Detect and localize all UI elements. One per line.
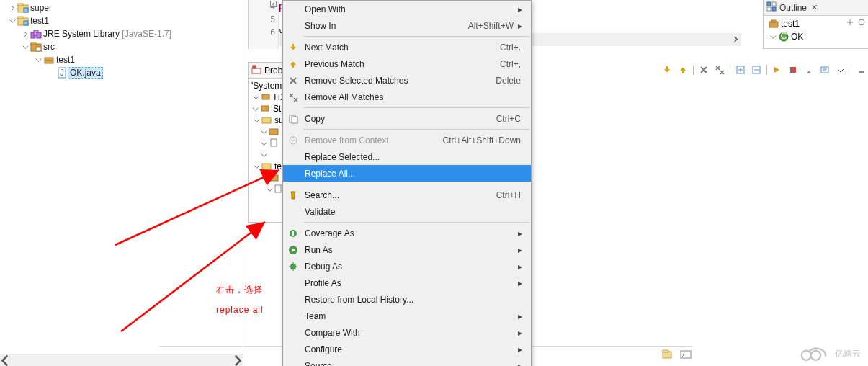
menu-item-copy[interactable]: CopyCtrl+C — [283, 110, 531, 127]
tree-item[interactable]: JOK.java — [3, 66, 243, 79]
tree-item-label: test1 — [29, 16, 50, 26]
tree-item-label: src — [42, 42, 56, 52]
package-icon — [43, 54, 55, 66]
svg-rect-36 — [790, 67, 796, 73]
prev-match-icon[interactable] — [677, 64, 689, 76]
tree-item[interactable]: test1 — [3, 14, 243, 27]
expand-toggle-icon[interactable] — [259, 175, 269, 182]
expand-toggle-icon[interactable] — [7, 18, 17, 24]
expand-toggle-icon[interactable] — [20, 44, 30, 50]
collapse-all-icon[interactable] — [751, 64, 762, 76]
explorer-tree[interactable]: supertest1JRE System Library [JavaSE-1.7… — [0, 0, 243, 79]
tree-item-label: OK.java — [68, 67, 103, 79]
project-explorer: supertest1JRE System Library [JavaSE-1.7… — [0, 0, 243, 366]
menu-item-restore-from-local-history[interactable]: Restore from Local History... — [283, 291, 531, 308]
expand-toggle-icon[interactable] — [266, 187, 273, 193]
menu-item-search[interactable]: Search...Ctrl+H — [283, 187, 531, 203]
pin-icon[interactable] — [803, 64, 815, 76]
x-gray-icon — [283, 72, 303, 89]
console-icon[interactable] — [679, 348, 692, 361]
tree-item[interactable]: JRE System Library [JavaSE-1.7] — [3, 27, 243, 40]
expand-toggle-icon[interactable] — [259, 129, 269, 135]
expand-all-icon[interactable] — [735, 64, 746, 76]
outline-item[interactable]: C OK — [766, 30, 867, 43]
menu-item-label: Validate — [303, 207, 525, 217]
menu-shortcut: Ctrl+C — [496, 114, 525, 124]
outline-icon — [766, 1, 777, 14]
close-icon[interactable]: ✕ — [811, 3, 818, 12]
menu-item-coverage-as[interactable]: Coverage As▸ — [283, 225, 531, 241]
expand-toggle-icon[interactable] — [20, 31, 30, 37]
toolbar-icon[interactable] — [856, 17, 867, 27]
svg-rect-28 — [262, 117, 271, 123]
scroll-right-arrow-icon[interactable] — [729, 33, 741, 45]
xx-gray-icon — [283, 89, 303, 105]
expand-toggle-icon[interactable] — [251, 106, 260, 112]
menu-item-label: Remove All Matches — [303, 92, 525, 102]
tree-item[interactable]: src — [3, 40, 243, 53]
menu-item-configure[interactable]: Configure▸ — [283, 341, 531, 357]
expand-toggle-icon[interactable] — [251, 94, 261, 101]
remove-match-icon[interactable] — [698, 64, 710, 76]
menu-item-label: Compare With — [303, 328, 518, 338]
svg-rect-8 — [37, 32, 41, 38]
menu-item-run-as[interactable]: Run As▸ — [283, 241, 531, 258]
view-menu-icon[interactable] — [835, 64, 846, 76]
menu-item-label: Coverage As — [303, 228, 518, 238]
svg-rect-42 — [681, 351, 691, 358]
svg-rect-37 — [821, 67, 828, 73]
menu-item-open-with[interactable]: Open With▸ — [283, 1, 531, 17]
cancel-search-icon[interactable] — [787, 64, 799, 76]
menu-item-replace-selected[interactable]: Replace Selected... — [283, 148, 531, 165]
svg-point-25 — [252, 65, 256, 69]
submenu-arrow-icon: ▸ — [518, 4, 525, 14]
menu-item-previous-match[interactable]: Previous MatchCtrl+, — [283, 55, 531, 72]
fold-icon[interactable]: − — [270, 1, 277, 7]
scroll-left-arrow-icon[interactable] — [0, 354, 12, 367]
expand-toggle-icon[interactable] — [259, 152, 269, 159]
submenu-arrow-icon: ▸ — [518, 228, 525, 238]
menu-item-remove-all-matches[interactable]: Remove All Matches — [283, 89, 531, 105]
menu-icon-empty — [283, 357, 303, 366]
remove-all-matches-icon[interactable] — [714, 64, 725, 76]
submenu-arrow-icon: ▸ — [518, 21, 525, 31]
menu-item-team[interactable]: Team▸ — [283, 308, 531, 324]
menu-item-remove-selected-matches[interactable]: Remove Selected MatchesDelete — [283, 72, 531, 89]
expand-toggle-icon[interactable] — [259, 140, 269, 147]
menu-item-profile-as[interactable]: Profile As▸ — [283, 274, 531, 291]
menu-icon-empty — [283, 203, 303, 220]
toolbar-icon[interactable] — [845, 17, 855, 27]
search-toolbar — [661, 63, 868, 76]
menu-item-show-in[interactable]: Show InAlt+Shift+W▸ — [283, 17, 531, 34]
src-folder-icon — [30, 41, 42, 53]
expand-toggle-icon[interactable] — [251, 117, 261, 124]
menu-item-debug-as[interactable]: Debug As▸ — [283, 258, 531, 274]
tree-item[interactable]: test1 — [3, 53, 243, 66]
next-match-icon[interactable] — [661, 64, 673, 76]
menu-item-next-match[interactable]: Next MatchCtrl+. — [283, 39, 531, 55]
menu-item-label: Run As — [303, 245, 518, 255]
menu-item-source[interactable]: Source▸ — [283, 357, 531, 366]
menu-item-compare-with[interactable]: Compare With▸ — [283, 324, 531, 341]
submenu-arrow-icon: ▸ — [518, 361, 525, 367]
menu-shortcut: Ctrl+. — [500, 43, 525, 53]
expand-toggle-icon[interactable] — [33, 57, 43, 63]
history-icon[interactable] — [819, 64, 831, 76]
tree-item[interactable]: super — [3, 1, 243, 14]
expand-toggle-icon[interactable] — [7, 5, 17, 12]
result-icon — [260, 103, 272, 115]
context-menu[interactable]: Open With▸Show InAlt+Shift+W▸Next MatchC… — [282, 0, 532, 366]
menu-item-replace-all[interactable]: Replace All... — [283, 165, 531, 182]
outline-tab[interactable]: Outline ✕ — [764, 0, 868, 16]
minimize-icon[interactable] — [856, 64, 867, 76]
svg-rect-29 — [269, 129, 278, 135]
menu-separator — [303, 222, 529, 223]
tasks-icon[interactable] — [661, 348, 674, 361]
menu-item-validate[interactable]: Validate — [283, 203, 531, 220]
svg-text:J: J — [60, 68, 64, 78]
expand-toggle-icon[interactable] — [251, 164, 261, 170]
run-last-search-icon[interactable] — [771, 64, 783, 76]
result-icon — [269, 138, 280, 149]
search-summary: 'System. — [251, 81, 285, 91]
expand-toggle-icon[interactable] — [768, 34, 778, 40]
